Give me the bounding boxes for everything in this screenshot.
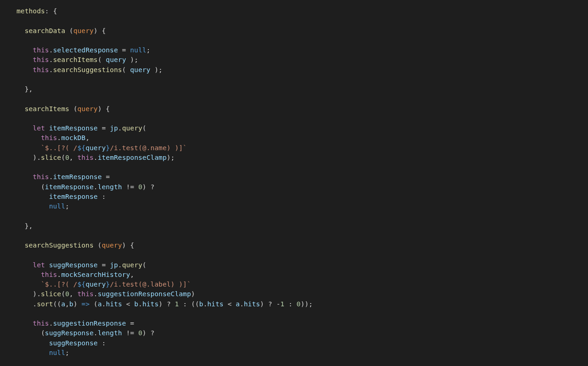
token-key: this: [33, 66, 49, 73]
code-line: },: [17, 222, 33, 230]
token-punc: );: [126, 56, 138, 63]
token-def: searchItems: [25, 105, 69, 113]
token-def: sort: [37, 300, 53, 308]
token-punc: (: [17, 329, 45, 337]
token-ident: suggResponse: [49, 339, 98, 347]
token-punc: },: [17, 222, 33, 230]
code-line: null;: [17, 349, 69, 356]
token-punc: [17, 193, 49, 200]
token-punc: ,: [130, 271, 134, 278]
token-punc: (: [90, 300, 98, 308]
token-punc: (: [65, 27, 74, 34]
token-punc: [17, 339, 49, 347]
token-punc: [17, 261, 33, 269]
token-num: 0: [65, 154, 69, 161]
token-punc: .: [94, 329, 98, 337]
token-punc: ,: [65, 300, 69, 308]
token-key: this: [33, 173, 49, 180]
token-punc: (: [142, 124, 147, 132]
token-punc: ) {: [98, 105, 110, 113]
token-punc: .: [240, 300, 244, 308]
token-punc: ;: [147, 46, 151, 54]
token-punc: [17, 134, 41, 141]
code-line: itemResponse :: [17, 193, 106, 200]
code-line: ).slice(0, this.itemResponseClamp);: [17, 154, 175, 161]
code-line: (suggResponse.length != 0) ?: [17, 329, 154, 337]
token-punc: <: [224, 300, 236, 308]
token-punc: .: [17, 300, 37, 308]
token-punc: .: [118, 261, 122, 269]
code-line: suggResponse :: [17, 339, 106, 347]
token-ident: hits: [142, 300, 158, 308]
token-punc: !=: [122, 329, 138, 337]
token-punc: },: [17, 85, 33, 93]
token-punc: [45, 124, 49, 132]
token-ident: mockDB: [61, 134, 85, 141]
token-def: searchData: [25, 27, 65, 34]
token-punc: (: [94, 242, 102, 249]
token-param: query: [102, 242, 122, 249]
token-ident: itemResponse: [49, 193, 98, 200]
token-punc: );: [150, 66, 163, 73]
token-punc: [17, 320, 33, 327]
token-def: searchItems: [53, 56, 98, 63]
token-punc: .: [203, 300, 207, 308]
token-punc: ) ?: [158, 300, 175, 308]
token-punc: (: [142, 261, 147, 269]
token-punc: ));: [300, 300, 313, 308]
token-punc: : ((: [179, 300, 199, 308]
code-line: },: [17, 85, 33, 93]
code-line: this.selectedResponse = null;: [17, 46, 150, 54]
code-line: null;: [17, 203, 69, 210]
token-punc: .: [49, 56, 53, 63]
token-ident: itemResponse: [49, 124, 98, 132]
token-punc: ) ? -: [260, 300, 280, 308]
token-ident: length: [98, 183, 122, 191]
code-line: searchData (query) {: [17, 27, 106, 34]
token-ident: query: [85, 281, 106, 288]
token-punc: ((: [53, 300, 61, 308]
token-ident: b: [69, 300, 74, 308]
code-line: searchItems (query) {: [17, 105, 110, 113]
token-punc: ;: [65, 349, 69, 356]
token-def: query: [122, 124, 142, 132]
token-punc: .: [94, 290, 98, 298]
token-punc: !=: [122, 183, 138, 191]
token-key: let: [33, 124, 45, 132]
code-line: `$..[?( /${query}/i.test(@.label) )]`: [17, 281, 191, 288]
token-punc: : {: [45, 7, 57, 15]
token-ident: mockSearchHistory: [61, 271, 130, 278]
token-punc: .: [57, 134, 61, 141]
code-line: this.searchItems( query );: [17, 56, 138, 63]
token-punc: ) {: [94, 27, 106, 34]
token-ident: a: [61, 300, 65, 308]
code-editor-content[interactable]: methods: { searchData (query) { this.sel…: [0, 0, 588, 358]
token-punc: .: [49, 46, 53, 54]
token-punc: :: [98, 339, 106, 347]
token-ident: query: [85, 144, 106, 152]
code-line: methods: {: [17, 7, 57, 15]
token-ident: selectedResponse: [53, 46, 118, 54]
token-punc: ,: [85, 134, 90, 141]
code-line: `$..[?( /${query}/i.test(@.name) )]`: [17, 144, 187, 152]
token-punc: :: [284, 300, 297, 308]
token-punc: [17, 105, 25, 113]
token-def: searchSuggestions: [25, 242, 94, 249]
code-line: searchSuggestions (query) {: [17, 242, 134, 249]
token-ident: suggResponse: [45, 329, 94, 337]
token-key: this: [78, 154, 94, 161]
code-line: this.searchSuggestions( query );: [17, 66, 163, 73]
token-str: /i.test(@.label) )]`: [110, 281, 191, 288]
token-num: 0: [138, 183, 142, 191]
token-punc: .: [49, 320, 53, 327]
token-ident: itemResponse: [53, 173, 102, 180]
token-null: null: [49, 203, 65, 210]
token-punc: );: [167, 154, 175, 161]
token-punc: .: [94, 154, 98, 161]
token-ident: a: [236, 300, 240, 308]
token-punc: ).: [17, 290, 41, 298]
token-punc: =: [102, 173, 110, 180]
token-def: query: [122, 261, 142, 269]
token-str: `$..[?( /: [41, 281, 77, 288]
token-punc: [17, 144, 41, 152]
